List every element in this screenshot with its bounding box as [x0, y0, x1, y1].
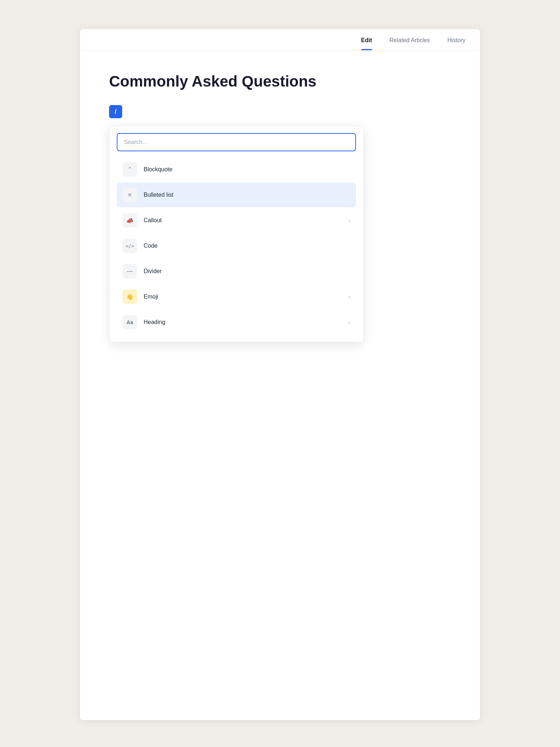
bulleted-list-icon: ≡: [123, 188, 137, 202]
divider-icon: —: [123, 264, 137, 279]
heading-icon: Aa: [123, 315, 137, 329]
menu-label-blockquote: Blockquote: [144, 166, 350, 173]
slash-command-button[interactable]: /: [109, 105, 122, 118]
callout-icon: 📣: [123, 213, 137, 228]
blockquote-icon: “: [123, 162, 137, 177]
tabs-bar: Edit Related Articles History: [80, 29, 480, 51]
emoji-chevron-icon: ›: [348, 293, 350, 300]
search-input[interactable]: [117, 133, 356, 151]
heading-chevron-icon: ›: [348, 319, 350, 325]
tab-related-articles[interactable]: Related Articles: [389, 29, 430, 50]
menu-list: “ Blockquote ≡ Bulleted list 📣 Cal: [117, 157, 356, 335]
menu-item-callout[interactable]: 📣 Callout ›: [117, 208, 356, 233]
slash-command-dropdown: “ Blockquote ≡ Bulleted list 📣 Cal: [109, 125, 364, 342]
menu-label-code: Code: [144, 243, 350, 249]
menu-label-callout: Callout: [144, 217, 348, 224]
emoji-icon: 👋: [123, 289, 137, 304]
main-container: Edit Related Articles History Commonly A…: [80, 29, 480, 720]
search-input-wrapper: [117, 133, 356, 151]
content-area: Commonly Asked Questions / “ Blockquote: [80, 51, 480, 357]
menu-item-divider[interactable]: — Divider: [117, 259, 356, 284]
menu-item-bulleted-list[interactable]: ≡ Bulleted list: [117, 183, 356, 207]
menu-item-heading[interactable]: Aa Heading ›: [117, 310, 356, 335]
tab-history[interactable]: History: [447, 29, 465, 50]
menu-item-emoji[interactable]: 👋 Emoji ›: [117, 284, 356, 309]
menu-item-blockquote[interactable]: “ Blockquote: [117, 157, 356, 182]
menu-item-code[interactable]: </> Code: [117, 233, 356, 258]
page-title: Commonly Asked Questions: [109, 72, 451, 91]
tab-edit[interactable]: Edit: [361, 29, 372, 50]
menu-label-divider: Divider: [144, 268, 350, 275]
code-icon: </>: [123, 239, 137, 253]
menu-label-emoji: Emoji: [144, 293, 348, 300]
callout-chevron-icon: ›: [348, 217, 350, 224]
menu-label-bulleted-list: Bulleted list: [144, 192, 350, 198]
menu-label-heading: Heading: [144, 319, 348, 325]
